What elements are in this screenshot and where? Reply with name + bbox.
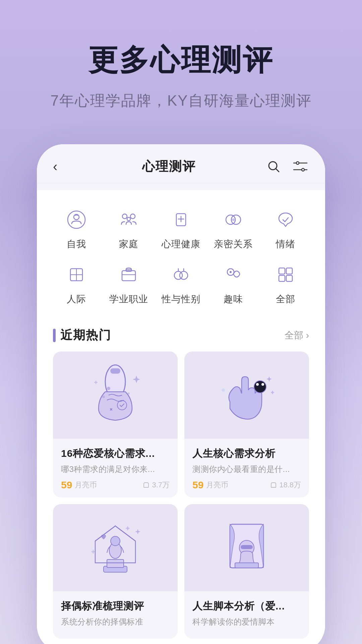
- category-relationship[interactable]: 亲密关系: [210, 206, 257, 251]
- section-title-bar: [53, 329, 56, 342]
- card-4-desc: 科学解读你的爱情脚本: [192, 616, 301, 627]
- self-icon: [63, 206, 90, 233]
- section-title: 近期热门: [60, 327, 111, 343]
- section-title-wrap: 近期热门: [53, 327, 111, 343]
- svg-point-18: [232, 218, 235, 221]
- card-1-price: 59 月亮币: [61, 479, 97, 491]
- header-icons: [265, 158, 309, 175]
- card-3-desc: 系统分析你的择偶标准: [61, 616, 170, 627]
- card-2-body: 人生核心需求分析 测测你内心最看重的是什... 59 月亮币 18.8万: [184, 439, 309, 497]
- category-family-label: 家庭: [119, 238, 138, 251]
- category-gender[interactable]: 性与性别: [158, 261, 204, 306]
- category-social-label: 人际: [67, 293, 86, 306]
- career-icon: [115, 261, 142, 288]
- svg-rect-22: [122, 271, 135, 281]
- page-title: 更多心理测评: [20, 40, 342, 80]
- svg-rect-32: [286, 268, 292, 274]
- svg-point-30: [230, 271, 232, 273]
- category-fun[interactable]: 趣味: [210, 261, 257, 306]
- categories-section: 自我 家庭: [37, 190, 325, 314]
- card-2[interactable]: 人生核心需求分析 测测你内心最看重的是什... 59 月亮币 18.8万: [184, 352, 309, 497]
- svg-point-42: [254, 381, 266, 393]
- fun-icon: [220, 261, 247, 288]
- svg-rect-31: [279, 268, 285, 274]
- category-all-label: 全部: [276, 293, 295, 306]
- search-icon[interactable]: [265, 158, 282, 175]
- card-1-desc: 哪3种需求的满足对你来...: [61, 464, 170, 475]
- card-1-count: 3.7万: [142, 480, 170, 490]
- svg-rect-33: [279, 275, 285, 281]
- social-icon: [63, 261, 90, 288]
- svg-point-11: [130, 214, 135, 219]
- phone-mockup: ‹ 心理测评: [37, 144, 325, 644]
- svg-point-40: [128, 392, 130, 394]
- card-4-body: 人生脚本分析（爱... 科学解读你的爱情脚本: [184, 591, 309, 639]
- card-2-price: 59 月亮币: [192, 479, 228, 491]
- category-mood[interactable]: 情绪: [262, 206, 309, 251]
- card-1[interactable]: 16种恋爱核心需求... 哪3种需求的满足对你来... 59 月亮币 3.7万: [53, 352, 178, 497]
- svg-point-12: [127, 217, 130, 221]
- section-header: 近期热门 全部 ›: [37, 314, 325, 352]
- category-career-label: 学业职业: [109, 293, 148, 306]
- categories-grid: 自我 家庭: [53, 206, 309, 306]
- relationship-icon: [220, 206, 247, 233]
- svg-rect-36: [110, 368, 120, 374]
- svg-point-38: [107, 387, 110, 390]
- card-2-image: [184, 352, 309, 439]
- svg-line-1: [276, 169, 279, 172]
- all-icon: [272, 261, 299, 288]
- category-relationship-label: 亲密关系: [214, 238, 253, 251]
- svg-rect-55: [235, 563, 258, 568]
- card-4-title: 人生脚本分析（爱...: [192, 599, 301, 613]
- card-2-desc: 测测你内心最看重的是什...: [192, 464, 301, 475]
- section-more-button[interactable]: 全部 ›: [285, 329, 309, 342]
- app-title: 心理测评: [142, 158, 196, 175]
- card-2-count: 18.8万: [270, 480, 301, 490]
- svg-point-39: [102, 395, 105, 398]
- page-header: 更多心理测评 7年心理学品牌，KY自研海量心理测评: [0, 0, 362, 131]
- card-2-meta: 59 月亮币 18.8万: [192, 479, 301, 491]
- category-self-label: 自我: [67, 238, 86, 251]
- svg-point-44: [261, 383, 264, 386]
- category-family[interactable]: 家庭: [105, 206, 152, 251]
- category-mood-label: 情绪: [276, 238, 295, 251]
- svg-point-50: [111, 536, 120, 546]
- mental-icon: [168, 206, 194, 233]
- filter-icon[interactable]: [292, 158, 309, 175]
- svg-point-43: [256, 383, 259, 386]
- svg-rect-34: [286, 275, 292, 281]
- family-icon: [115, 206, 142, 233]
- category-mental-label: 心理健康: [162, 238, 200, 251]
- card-4[interactable]: 人生脚本分析（爱... 科学解读你的爱情脚本: [184, 504, 309, 639]
- svg-point-26: [180, 271, 188, 279]
- card-3-image: [53, 504, 178, 591]
- category-self[interactable]: 自我: [53, 206, 100, 251]
- card-1-title: 16种恋爱核心需求...: [61, 447, 170, 461]
- svg-rect-48: [107, 559, 124, 568]
- card-4-image: [184, 504, 309, 591]
- card-1-image: [53, 352, 178, 439]
- mood-icon: [272, 206, 299, 233]
- gender-icon: [168, 261, 194, 288]
- app-header: ‹ 心理测评: [37, 144, 325, 183]
- card-2-title: 人生核心需求分析: [192, 447, 301, 461]
- category-mental[interactable]: 心理健康: [158, 206, 204, 251]
- card-1-meta: 59 月亮币 3.7万: [61, 479, 170, 491]
- svg-rect-54: [241, 545, 253, 549]
- category-fun-label: 趣味: [224, 293, 243, 306]
- page-subtitle: 7年心理学品牌，KY自研海量心理测评: [20, 91, 342, 111]
- card-3[interactable]: 择偶标准梳理测评 系统分析你的择偶标准: [53, 504, 178, 639]
- svg-point-45: [222, 388, 225, 392]
- cards-grid: 16种恋爱核心需求... 哪3种需求的满足对你来... 59 月亮币 3.7万: [37, 352, 325, 644]
- card-1-body: 16种恋爱核心需求... 哪3种需求的满足对你来... 59 月亮币 3.7万: [53, 439, 178, 497]
- phone-screen: ‹ 心理测评: [37, 144, 325, 644]
- category-social[interactable]: 人际: [53, 261, 100, 306]
- category-gender-label: 性与性别: [162, 293, 200, 306]
- category-all[interactable]: 全部: [262, 261, 309, 306]
- card-3-title: 择偶标准梳理测评: [61, 599, 170, 613]
- svg-point-10: [122, 214, 127, 219]
- category-career[interactable]: 学业职业: [105, 261, 152, 306]
- back-button[interactable]: ‹: [53, 159, 73, 174]
- card-3-body: 择偶标准梳理测评 系统分析你的择偶标准: [53, 591, 178, 639]
